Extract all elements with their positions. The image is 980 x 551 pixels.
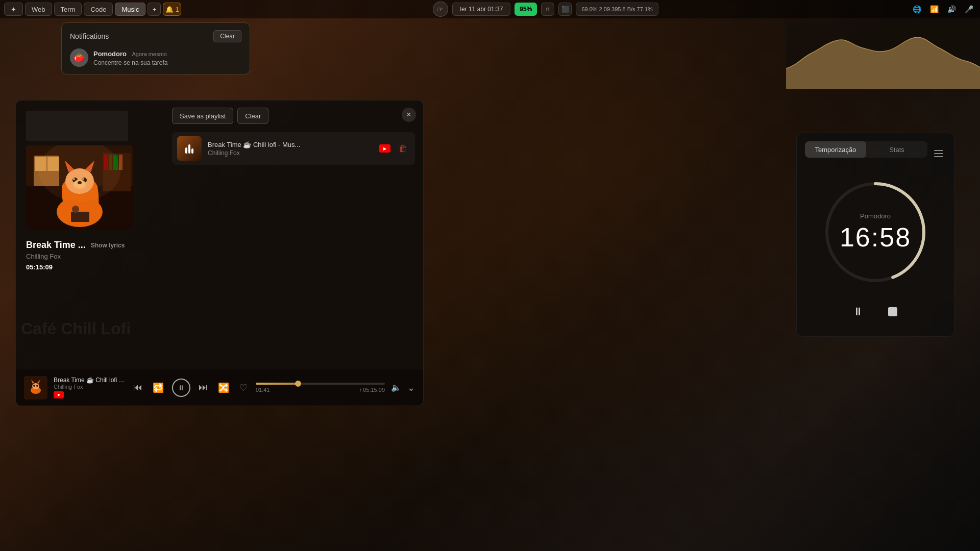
queue-actions: Save as playlist Clear <box>172 108 415 124</box>
show-lyrics-button[interactable]: Show lyrics <box>91 242 125 249</box>
battery-display: 95% <box>514 3 537 16</box>
notification-message: Concentre-se na sua tarefa <box>93 59 167 66</box>
taskbar-add-tab[interactable]: + <box>148 3 161 16</box>
track-info: Break Time ... Show lyrics Chilling Fox … <box>26 240 154 271</box>
footer-art-svg <box>24 376 47 399</box>
screen-layout: ⬛ <box>558 3 572 16</box>
time-current: 01:41 <box>256 387 270 393</box>
menu-line-1 <box>934 150 943 151</box>
keyboard-layout: n <box>541 3 554 16</box>
notification-app-name: Pomodoro <box>93 50 127 58</box>
pomodoro-menu-button[interactable] <box>932 146 946 161</box>
taskbar-tab-web[interactable]: Web <box>25 3 52 16</box>
svg-rect-23 <box>72 206 79 213</box>
background-text: Café Chill Lofi <box>21 319 131 338</box>
eq-bar-2 <box>188 144 190 154</box>
footer-album-art <box>24 376 47 399</box>
notification-header: Notifications Clear <box>70 30 241 42</box>
time-total: / 05:15:09 <box>360 387 385 393</box>
progress-thumb[interactable] <box>295 381 301 387</box>
taskbar-notification-btn[interactable]: 🔔 1 <box>163 3 181 16</box>
expand-button[interactable]: ⌄ <box>407 382 415 393</box>
pomodoro-tabs: Temporização Stats <box>805 141 927 158</box>
track-name-label: Break Time ... <box>26 240 86 251</box>
close-button[interactable]: × <box>402 108 416 122</box>
taskbar-tab-code[interactable]: Code <box>84 3 113 16</box>
menu-line-3 <box>934 156 943 157</box>
clear-queue-button[interactable]: Clear <box>237 108 268 124</box>
skip-button[interactable]: ⏭ <box>197 380 210 395</box>
tab-stats[interactable]: Stats <box>866 141 927 158</box>
notification-time: Agora mesmo <box>132 51 166 57</box>
shuffle-button[interactable]: 🔀 <box>216 380 231 395</box>
rewind-button[interactable]: ⏮ <box>131 380 144 395</box>
taskbar-right: 🌐 📶 🔊 🎤 <box>910 2 976 16</box>
notification-clear-button[interactable]: Clear <box>213 30 241 42</box>
pomodoro-stop-button[interactable] <box>881 300 904 323</box>
player-left-panel: Break Time ... Show lyrics Chilling Fox … <box>16 101 164 369</box>
volume-icon[interactable]: 🔊 <box>944 2 959 16</box>
album-art-svg <box>26 145 133 230</box>
track-artist: Chilling Fox <box>26 253 154 260</box>
screen-icon[interactable]: 🌐 <box>910 2 924 16</box>
footer-track-info: Break Time ☕ Chill lofi - ... Chilling F… <box>54 377 125 398</box>
progress-bar[interactable] <box>256 383 385 385</box>
taskbar-center: ☞ ter 11 abr 01:37 95% n ⬛ 69.0% 2.09 39… <box>183 2 908 17</box>
time-labels: 01:41 / 05:15:09 <box>256 387 385 393</box>
replay-button[interactable]: 🔁 <box>151 380 166 395</box>
cursor-icon[interactable]: ☞ <box>433 2 448 17</box>
svg-point-31 <box>36 385 38 387</box>
notification-popup: Notifications Clear 🍅 Pomodoro Agora mes… <box>61 22 250 74</box>
pomodoro-colon: : <box>871 222 879 252</box>
notification-avatar: 🍅 <box>70 48 88 67</box>
progress-area: 01:41 / 05:15:09 <box>256 383 385 393</box>
pomodoro-timer-area: Pomodoro 16:58 ⏸ <box>805 171 946 328</box>
notification-title: Notifications <box>70 32 109 40</box>
taskbar-tab-music[interactable]: Music <box>115 3 145 16</box>
volume-icon[interactable]: 🔈 <box>391 383 401 392</box>
taskbar-tab-term[interactable]: Term <box>54 3 82 16</box>
queue-item: Break Time ☕ Chill lofi - Mus... Chillin… <box>172 132 415 165</box>
footer-track-name: Break Time ☕ Chill lofi - ... <box>54 377 125 384</box>
pomodoro-seconds: 58 <box>879 222 911 252</box>
svg-point-30 <box>33 385 35 387</box>
tab-temporization[interactable]: Temporização <box>805 141 866 158</box>
album-art <box>26 145 133 230</box>
player-right-panel: Save as playlist Clear Break Time ☕ Chil… <box>164 101 423 369</box>
notification-item: 🍅 Pomodoro Agora mesmo Concentre-se na s… <box>70 48 241 67</box>
queue-artist: Chilling Fox <box>208 149 373 157</box>
pomodoro-time-display: 16:58 <box>840 222 911 253</box>
eq-bar-1 <box>185 147 187 154</box>
pomodoro-circle: Pomodoro 16:58 <box>819 176 932 288</box>
stop-icon <box>888 307 897 316</box>
waveform-fill <box>786 37 980 89</box>
pomodoro-minutes: 16 <box>840 222 871 252</box>
track-title: Break Time ... Show lyrics <box>26 240 154 251</box>
footer-youtube-icon <box>54 391 64 398</box>
menu-line-2 <box>934 153 943 154</box>
queue-delete-button[interactable]: 🗑 <box>397 141 410 156</box>
eq-bar-3 <box>191 148 193 154</box>
notification-text: Pomodoro Agora mesmo Concentre-se na sua… <box>93 49 167 66</box>
taskbar: ✦ Web Term Code Music + 🔔 1 ☞ ter 11 abr… <box>0 0 980 18</box>
mic-icon[interactable]: 🎤 <box>962 2 976 16</box>
equalizer-bars <box>185 143 193 154</box>
progress-fill <box>256 383 298 385</box>
album-art-placeholder <box>26 111 128 141</box>
pomodoro-controls: ⏸ <box>847 300 904 323</box>
pomodoro-panel: Temporização Stats Pomodoro 16:58 <box>796 133 954 337</box>
wifi-icon[interactable]: 📶 <box>927 2 941 16</box>
taskbar-logo[interactable]: ✦ <box>4 3 23 16</box>
waveform-widget <box>786 22 980 89</box>
track-duration: 05:15:09 <box>26 263 154 271</box>
datetime-display: ter 11 abr 01:37 <box>452 3 511 16</box>
queue-item-thumbnail <box>177 136 202 161</box>
svg-rect-22 <box>71 212 89 222</box>
save-as-playlist-button[interactable]: Save as playlist <box>172 108 233 124</box>
pomodoro-pause-button[interactable]: ⏸ <box>847 300 869 323</box>
heart-button[interactable]: ♡ <box>237 380 250 395</box>
play-pause-button[interactable]: ⏸ <box>172 379 190 397</box>
footer-artist: Chilling Fox <box>54 384 125 390</box>
youtube-icon <box>379 144 390 153</box>
queue-item-info: Break Time ☕ Chill lofi - Mus... Chillin… <box>208 141 373 157</box>
